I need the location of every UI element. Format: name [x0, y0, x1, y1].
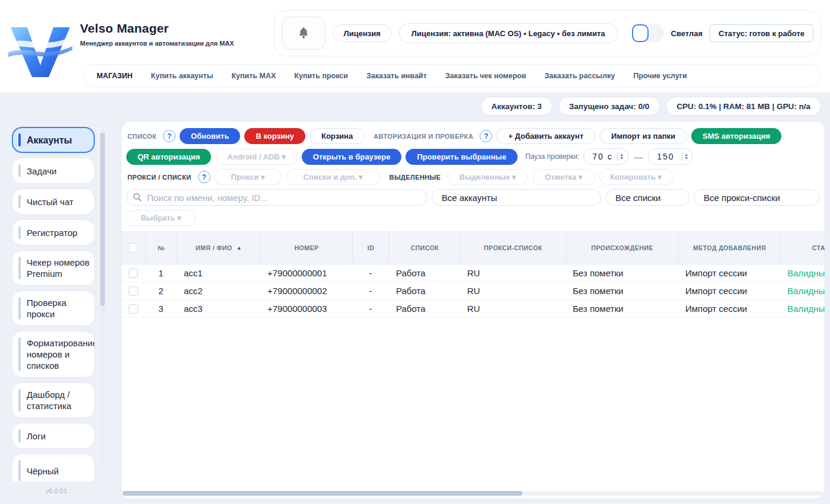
- nav-item-order-invite[interactable]: Заказать инвайт: [366, 72, 427, 80]
- sidebar-scrollbar[interactable]: [100, 129, 105, 461]
- table-header: № ИМЯ / ФИО ▲ НОМЕР ID СПИСОК ПРОКСИ-СПИ…: [122, 231, 825, 264]
- sidebar-item-registrar[interactable]: Регистратор: [12, 219, 95, 245]
- header-controls: Лицензия Лицензия: активна (MAC OS) • Le…: [274, 10, 821, 56]
- to-trash-button[interactable]: В корзину: [244, 128, 305, 144]
- col-list[interactable]: СПИСОК: [389, 232, 460, 264]
- open-browser-button[interactable]: Открыть в браузере: [302, 149, 402, 165]
- accounts-panel: СПИСОК ? Обновить В корзину Корзина АВТО…: [121, 121, 825, 499]
- accent-bar: [18, 195, 21, 208]
- toolbar-row-proxy: ПРОКСИ / СПИСКИ ? Прокси ▾ Списки и доп.…: [126, 169, 820, 185]
- col-phone[interactable]: НОМЕР: [260, 232, 352, 264]
- nav-item-order-mailing[interactable]: Заказать рассылку: [544, 72, 615, 80]
- search-input[interactable]: [126, 189, 427, 206]
- shop-nav: МАГАЗИН Купить аккаунты Купить MAX Купит…: [83, 64, 821, 87]
- nav-item-order-check[interactable]: Заказать чек номеров: [445, 72, 526, 80]
- select-menu-button[interactable]: Выбрать ▾: [126, 210, 196, 226]
- mark-menu-button[interactable]: Отметка ▾: [532, 169, 595, 185]
- app-status-badge: Статус: готов к работе: [710, 24, 813, 42]
- import-folder-button[interactable]: Импорт из папки: [599, 128, 687, 144]
- nav-item-buy-max[interactable]: Купить MAX: [231, 72, 276, 80]
- auth-section-label: АВТОРИЗАЦИЯ И ПРОВЕРКА: [374, 133, 473, 140]
- table-row[interactable]: 2 acc2 +79000000002 - Работа RU Без поме…: [122, 282, 825, 300]
- nav-item-buy-accounts[interactable]: Купить аккаунты: [151, 72, 213, 80]
- nav-item-other-services[interactable]: Прочие услуги: [633, 72, 687, 80]
- refresh-button[interactable]: Обновить: [180, 128, 240, 144]
- sidebar-item-clean-chat[interactable]: Чистый чат: [12, 189, 95, 215]
- sort-asc-icon: ▲: [237, 244, 242, 252]
- sidebar-item-tasks[interactable]: Задачи: [12, 158, 95, 184]
- stats-row: Аккаунтов: 3 Запущено задач: 0/0 CPU: 0.…: [481, 97, 821, 116]
- accent-bar: [18, 337, 21, 371]
- table-row[interactable]: 3 acc3 +79000000003 - Работа RU Без поме…: [122, 300, 825, 318]
- android-adb-button[interactable]: Android / ADB ▾: [215, 149, 297, 165]
- lists-menu-button[interactable]: Списки и доп. ▾: [286, 169, 381, 185]
- proxy-lists-filter-select[interactable]: Все прокси-списки: [694, 189, 819, 206]
- accent-bar: [18, 389, 21, 412]
- license-button[interactable]: Лицензия: [333, 24, 392, 42]
- spinner-arrows-icon[interactable]: ▲▼: [682, 152, 690, 161]
- app-title: Velso Manager: [80, 21, 234, 36]
- pause-to-input[interactable]: 150 ▲▼: [648, 148, 693, 165]
- theme-label: Светлая: [671, 29, 703, 38]
- proxy-section-label: ПРОКСИ / СПИСКИ: [127, 174, 191, 181]
- sidebar-item-logs[interactable]: Логи: [12, 423, 95, 449]
- status-valid: Валидный: [780, 268, 825, 278]
- sidebar: Аккаунты Задачи Чистый чат Регистратор Ч…: [12, 127, 95, 481]
- row-checkbox[interactable]: [129, 269, 138, 278]
- horizontal-scrollbar-thumb[interactable]: [123, 491, 522, 496]
- select-all-checkbox[interactable]: [129, 243, 138, 253]
- bell-icon: [296, 26, 311, 40]
- proxy-menu-button[interactable]: Прокси ▾: [215, 169, 282, 185]
- qr-auth-button[interactable]: QR авторизация: [126, 149, 211, 165]
- spinner-arrows-icon[interactable]: ▲▼: [617, 152, 625, 161]
- sms-auth-button[interactable]: SMS авторизация: [691, 128, 781, 144]
- accent-bar: [18, 257, 21, 279]
- horizontal-scrollbar[interactable]: [123, 491, 823, 496]
- pause-from-input[interactable]: 70 с ▲▼: [583, 148, 628, 165]
- notifications-button[interactable]: [282, 17, 325, 50]
- toolbar-row-list: СПИСОК ? Обновить В корзину Корзина АВТО…: [126, 128, 820, 144]
- nav-item-buy-proxy[interactable]: Купить прокси: [294, 72, 348, 80]
- trash-button[interactable]: Корзина: [309, 128, 365, 144]
- accent-bar: [18, 133, 21, 146]
- toolbar-row-search: Все аккаунты Все списки Все прокси-списк…: [126, 189, 820, 206]
- top-bar: Velso Manager Менеджер аккаунтов и автом…: [0, 0, 830, 93]
- status-valid: Валидный: [780, 304, 825, 314]
- col-id[interactable]: ID: [352, 232, 389, 264]
- col-proxy-list[interactable]: ПРОКСИ-СПИСОК: [460, 232, 566, 264]
- sidebar-scrollbar-thumb[interactable]: [100, 133, 105, 306]
- row-checkbox[interactable]: [129, 286, 138, 296]
- sidebar-item-formatting[interactable]: Форматирование номеров и списков: [12, 331, 95, 378]
- sidebar-item-blacklist[interactable]: Чёрный: [12, 454, 95, 481]
- lists-filter-select[interactable]: Все списки: [605, 189, 689, 206]
- add-account-button[interactable]: + Добавить аккаунт: [496, 128, 595, 144]
- status-valid: Валидный: [780, 286, 825, 296]
- copy-menu-button[interactable]: Копировать ▾: [599, 169, 673, 185]
- pause-label: Пауза проверки:: [525, 152, 579, 161]
- sidebar-item-accounts[interactable]: Аккаунты: [12, 127, 95, 153]
- col-origin[interactable]: ПРОИСХОЖДЕНИЕ: [566, 232, 678, 264]
- col-num[interactable]: №: [145, 232, 177, 264]
- selected-menu-button[interactable]: Выделенные ▾: [448, 169, 528, 185]
- app-version: v0.0.01: [12, 487, 101, 495]
- col-status[interactable]: СТАТУС: [780, 232, 825, 264]
- sidebar-item-number-checker[interactable]: Чекер номеров Premium: [12, 250, 95, 286]
- license-status-pill: Лицензия: активна (MAC OS) • Legacy • бе…: [399, 23, 618, 43]
- accounts-filter-select[interactable]: Все аккаунты: [432, 189, 601, 206]
- proxy-help-icon[interactable]: ?: [198, 171, 210, 183]
- list-help-icon[interactable]: ?: [163, 130, 175, 142]
- accounts-count-badge: Аккаунтов: 3: [481, 97, 553, 116]
- sidebar-item-proxy-check[interactable]: Проверка прокси: [12, 291, 95, 326]
- accent-bar: [18, 297, 21, 320]
- auth-help-icon[interactable]: ?: [480, 130, 492, 142]
- check-selected-button[interactable]: Проверить выбранные: [406, 149, 518, 165]
- nav-item-shop[interactable]: МАГАЗИН: [97, 72, 133, 80]
- accent-bar: [18, 460, 21, 481]
- row-checkbox[interactable]: [129, 304, 138, 314]
- table-row[interactable]: 1 acc1 +79000000001 - Работа RU Без поме…: [122, 264, 825, 282]
- sidebar-item-dashboard[interactable]: Дашборд / статистика: [12, 382, 95, 418]
- col-name[interactable]: ИМЯ / ФИО ▲: [177, 232, 260, 264]
- accent-bar: [18, 226, 21, 239]
- theme-toggle[interactable]: [632, 24, 664, 42]
- col-add-method[interactable]: МЕТОД ДОБАВЛЕНИЯ: [678, 232, 780, 264]
